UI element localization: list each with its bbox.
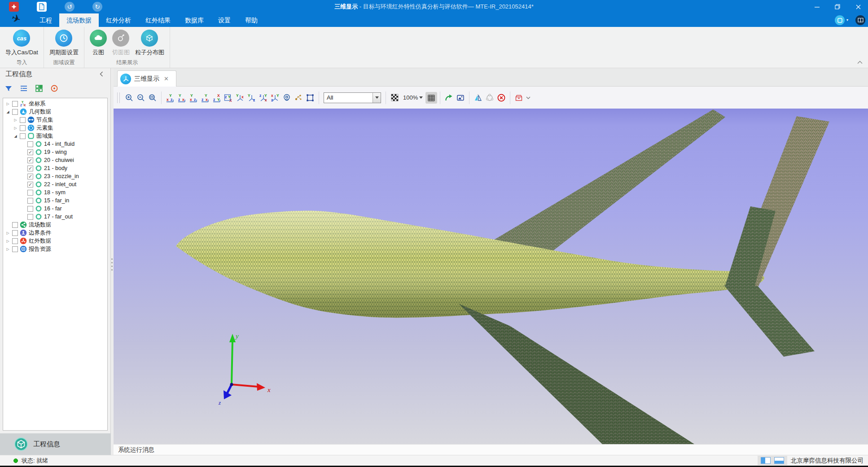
tree-row-5[interactable]: 14 - int_fluid bbox=[3, 140, 107, 148]
menu-item-5[interactable]: 设置 bbox=[211, 13, 238, 27]
zoom-fit-button[interactable] bbox=[147, 92, 158, 104]
tree-checkbox[interactable]: ✓ bbox=[27, 157, 33, 163]
tree-row-0[interactable]: ▷YZX坐标系 bbox=[3, 100, 107, 108]
help-book-button[interactable] bbox=[855, 15, 865, 25]
texture-button[interactable] bbox=[389, 92, 400, 104]
archive-button[interactable] bbox=[513, 92, 525, 104]
tree-checkbox[interactable] bbox=[20, 133, 26, 139]
view-iso-3-button[interactable]: zYx bbox=[258, 92, 269, 104]
tree-row-4[interactable]: ◢面域集 bbox=[3, 132, 107, 140]
tree-expander-icon[interactable]: ▷ bbox=[13, 118, 18, 122]
tree-checkbox[interactable] bbox=[27, 206, 33, 212]
menu-item-0[interactable]: 工程 bbox=[32, 13, 59, 27]
export-button[interactable] bbox=[443, 92, 455, 104]
tree-expander-icon[interactable]: ▷ bbox=[13, 126, 18, 130]
tree-checkbox[interactable]: ✓ bbox=[27, 166, 33, 171]
tree-row-18[interactable]: ▷报告资源 bbox=[3, 245, 107, 253]
view-bottom-button[interactable]: zYX bbox=[223, 92, 234, 104]
view-front-button[interactable]: xzY bbox=[164, 92, 176, 104]
tree-checkbox[interactable] bbox=[12, 109, 18, 115]
tree-expander-icon[interactable]: ▷ bbox=[5, 102, 11, 106]
tree-row-8[interactable]: ✓21 - body bbox=[3, 164, 107, 172]
panel-collapse-button[interactable] bbox=[100, 71, 106, 78]
theme-dropdown-caret[interactable]: ▾ bbox=[846, 18, 851, 22]
tree-checkbox[interactable] bbox=[20, 125, 26, 131]
tree-row-15[interactable]: 流场数据 bbox=[3, 221, 107, 229]
menu-item-3[interactable]: 红外结果 bbox=[138, 13, 178, 27]
view-iso-1-button[interactable]: Yx bbox=[234, 92, 246, 104]
grid-toggle-button[interactable] bbox=[425, 92, 437, 104]
tree-checkbox[interactable]: ✓ bbox=[27, 182, 33, 188]
delete-result-button[interactable] bbox=[495, 92, 507, 104]
menu-item-6[interactable]: 帮助 bbox=[238, 13, 265, 27]
view-top-button[interactable]: XzY bbox=[211, 92, 223, 104]
tree-expander-icon[interactable]: ▷ bbox=[5, 231, 11, 235]
theme-button[interactable] bbox=[835, 15, 845, 25]
ribbon-collapse-button[interactable] bbox=[857, 61, 864, 65]
zoom-out-button[interactable] bbox=[135, 92, 147, 104]
view-back-button[interactable]: Yzx bbox=[176, 92, 188, 104]
tree-row-13[interactable]: 16 - far bbox=[3, 205, 107, 213]
menu-item-4[interactable]: 数据库 bbox=[178, 13, 211, 27]
menu-item-2[interactable]: 红外分析 bbox=[99, 13, 138, 27]
grid-view-button[interactable] bbox=[33, 83, 45, 94]
tree-row-17[interactable]: ▷红外数据 bbox=[3, 237, 107, 245]
tree-expander-icon[interactable]: ▷ bbox=[5, 247, 11, 251]
minimize-button[interactable] bbox=[807, 0, 827, 13]
tree-checkbox[interactable] bbox=[27, 141, 33, 147]
ribbon-button-2-0[interactable]: 云图 bbox=[87, 29, 110, 57]
tree-checkbox[interactable]: ✓ bbox=[27, 174, 33, 179]
toggle-bottom-panel-button[interactable] bbox=[774, 457, 784, 464]
tab-close-icon[interactable]: ✕ bbox=[164, 75, 169, 82]
tree-checkbox[interactable]: ✓ bbox=[27, 149, 33, 155]
tree-checkbox[interactable] bbox=[20, 117, 26, 123]
mirror-button[interactable] bbox=[472, 92, 484, 104]
tree-row-12[interactable]: 15 - far_in bbox=[3, 196, 107, 205]
tree-checkbox[interactable] bbox=[27, 190, 33, 196]
tree-checkbox[interactable] bbox=[12, 101, 18, 107]
tree-expander-icon[interactable]: ◢ bbox=[13, 134, 18, 138]
close-button[interactable] bbox=[848, 0, 868, 13]
tree-checkbox[interactable] bbox=[12, 238, 18, 244]
tree-expander-icon[interactable]: ◢ bbox=[5, 110, 11, 114]
ribbon-button-2-1[interactable]: 切面图 bbox=[110, 29, 132, 57]
snapshot-button[interactable] bbox=[455, 92, 466, 104]
tab-3d-view[interactable]: 三维显示 ✕ bbox=[117, 70, 176, 87]
node-display-button[interactable] bbox=[293, 92, 304, 104]
display-filter-select[interactable]: All bbox=[324, 92, 381, 103]
perspective-camera-button[interactable] bbox=[281, 92, 293, 104]
tree-checkbox[interactable] bbox=[27, 214, 33, 220]
box-select-button[interactable] bbox=[304, 92, 316, 104]
menu-item-1[interactable]: 流场数据 bbox=[59, 13, 99, 27]
archive-dropdown[interactable] bbox=[525, 92, 532, 104]
viewport-3d[interactable]: y x z bbox=[114, 109, 868, 444]
panel-footer-tab[interactable]: 工程信息 bbox=[0, 433, 111, 455]
compare-button[interactable] bbox=[484, 92, 495, 104]
view-right-button[interactable]: Yzx bbox=[199, 92, 211, 104]
tree-checkbox[interactable] bbox=[12, 246, 18, 252]
tree-row-14[interactable]: 17 - far_out bbox=[3, 213, 107, 221]
tree-row-7[interactable]: ✓20 - chuiwei bbox=[3, 156, 107, 164]
tree-row-9[interactable]: ✓23 - nozzle_in bbox=[3, 172, 107, 180]
tree-checkbox[interactable] bbox=[12, 222, 18, 228]
restore-button[interactable] bbox=[828, 0, 847, 13]
display-filter-dropdown[interactable] bbox=[373, 93, 381, 103]
ribbon-button-2-2[interactable]: 粒子分布图 bbox=[132, 29, 167, 57]
tree-row-11[interactable]: 18 - sym bbox=[3, 188, 107, 196]
tree-row-16[interactable]: ▷边界条件 bbox=[3, 229, 107, 237]
tree-row-10[interactable]: ✓22 - inlet_out bbox=[3, 180, 107, 188]
zoom-level-dropdown[interactable] bbox=[419, 96, 423, 99]
list-view-button[interactable] bbox=[18, 83, 30, 94]
tree-row-6[interactable]: ✓19 - wing bbox=[3, 148, 107, 156]
zoom-in-button[interactable] bbox=[123, 92, 135, 104]
locate-target-button[interactable] bbox=[48, 83, 60, 94]
view-iso-4-button[interactable]: zYx bbox=[269, 92, 281, 104]
filter-button[interactable] bbox=[3, 83, 14, 94]
ribbon-button-0-0[interactable]: cas导入Cas/Dat bbox=[3, 29, 41, 57]
ribbon-button-1-0[interactable]: 周期面设置 bbox=[47, 29, 81, 57]
tree-row-2[interactable]: ▷节点集 bbox=[3, 116, 107, 124]
tree-row-1[interactable]: ◢几何数据 bbox=[3, 108, 107, 116]
view-left-button[interactable]: Yxz bbox=[188, 92, 199, 104]
tree-expander-icon[interactable]: ▷ bbox=[5, 239, 11, 243]
tree-checkbox[interactable] bbox=[27, 198, 33, 204]
